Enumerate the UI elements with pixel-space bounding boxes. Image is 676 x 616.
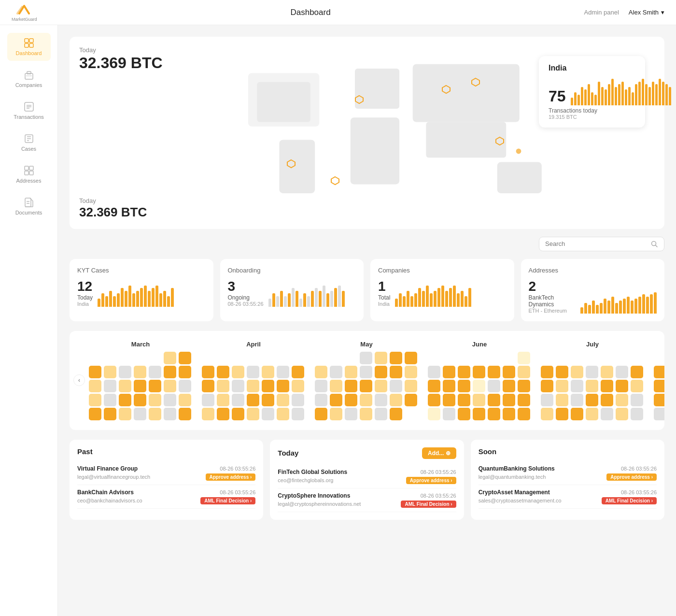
calendar-day[interactable] <box>89 366 101 378</box>
calendar-day[interactable] <box>390 380 402 392</box>
calendar-day[interactable] <box>149 366 161 378</box>
user-menu[interactable]: Alex Smith ▾ <box>629 9 664 16</box>
calendar-day[interactable] <box>179 408 191 420</box>
search-box[interactable] <box>539 237 664 251</box>
calendar-day[interactable] <box>149 408 161 420</box>
calendar-day[interactable] <box>654 380 664 392</box>
calendar-day[interactable] <box>601 408 613 420</box>
calendar-day[interactable] <box>631 366 643 378</box>
calendar-day[interactable] <box>556 366 568 378</box>
calendar-day[interactable] <box>601 380 613 392</box>
calendar-day[interactable] <box>503 408 515 420</box>
calendar-day[interactable] <box>179 366 191 378</box>
calendar-day[interactable] <box>405 394 417 406</box>
calendar-day[interactable] <box>345 408 357 420</box>
calendar-day[interactable] <box>104 366 116 378</box>
calendar-day[interactable] <box>518 394 530 406</box>
calendar-day[interactable] <box>571 394 583 406</box>
calendar-day[interactable] <box>149 394 161 406</box>
search-input[interactable] <box>545 240 647 247</box>
calendar-day[interactable] <box>654 394 664 406</box>
calendar-day[interactable] <box>616 394 628 406</box>
calendar-day[interactable] <box>571 366 583 378</box>
calendar-day[interactable] <box>232 408 244 420</box>
calendar-day[interactable] <box>616 380 628 392</box>
calendar-day[interactable] <box>556 408 568 420</box>
calendar-day[interactable] <box>330 366 342 378</box>
calendar-day[interactable] <box>601 366 613 378</box>
calendar-day[interactable] <box>262 366 274 378</box>
calendar-day[interactable] <box>360 394 372 406</box>
calendar-day[interactable] <box>375 352 387 364</box>
calendar-day[interactable] <box>164 394 176 406</box>
calendar-day[interactable] <box>217 408 229 420</box>
sidebar-item-companies[interactable]: Companies <box>7 65 51 93</box>
calendar-day[interactable] <box>292 380 304 392</box>
calendar-day[interactable] <box>89 380 101 392</box>
calendar-day[interactable] <box>503 394 515 406</box>
calendar-day[interactable] <box>179 394 191 406</box>
calendar-day[interactable] <box>247 366 259 378</box>
calendar-day[interactable] <box>164 408 176 420</box>
calendar-day[interactable] <box>292 366 304 378</box>
calendar-day[interactable] <box>277 408 289 420</box>
calendar-day[interactable] <box>458 394 470 406</box>
calendar-day[interactable] <box>164 366 176 378</box>
calendar-day[interactable] <box>119 408 131 420</box>
calendar-day[interactable] <box>518 408 530 420</box>
calendar-day[interactable] <box>631 380 643 392</box>
calendar-day[interactable] <box>428 380 440 392</box>
calendar-day[interactable] <box>360 408 372 420</box>
calendar-day[interactable] <box>556 380 568 392</box>
calendar-day[interactable] <box>119 394 131 406</box>
calendar-day[interactable] <box>488 408 500 420</box>
calendar-day[interactable] <box>277 380 289 392</box>
calendar-day[interactable] <box>571 380 583 392</box>
calendar-day[interactable] <box>292 394 304 406</box>
calendar-day[interactable] <box>360 380 372 392</box>
calendar-day[interactable] <box>503 380 515 392</box>
calendar-day[interactable] <box>601 394 613 406</box>
calendar-day[interactable] <box>202 380 214 392</box>
calendar-day[interactable] <box>375 366 387 378</box>
calendar-day[interactable] <box>428 408 440 420</box>
calendar-day[interactable] <box>360 366 372 378</box>
calendar-day[interactable] <box>390 394 402 406</box>
calendar-day[interactable] <box>345 380 357 392</box>
sidebar-item-dashboard[interactable]: Dashboard <box>7 33 51 61</box>
sidebar-item-transactions[interactable]: Transactions <box>7 97 51 125</box>
calendar-day[interactable] <box>586 408 598 420</box>
calendar-day[interactable] <box>89 408 101 420</box>
calendar-day[interactable] <box>104 380 116 392</box>
calendar-day[interactable] <box>247 408 259 420</box>
calendar-day[interactable] <box>541 366 553 378</box>
calendar-day[interactable] <box>232 366 244 378</box>
calendar-day[interactable] <box>179 352 191 364</box>
sidebar-item-addresses[interactable]: Addresses <box>7 160 51 188</box>
calendar-day[interactable] <box>119 366 131 378</box>
calendar-day[interactable] <box>330 408 342 420</box>
calendar-day[interactable] <box>488 380 500 392</box>
calendar-day[interactable] <box>232 394 244 406</box>
calendar-day[interactable] <box>556 394 568 406</box>
calendar-day[interactable] <box>654 408 664 420</box>
calendar-day[interactable] <box>473 380 485 392</box>
entry-badge[interactable]: AML Final Decision › <box>200 497 255 504</box>
calendar-day[interactable] <box>179 380 191 392</box>
calendar-prev-btn[interactable]: ‹ <box>73 374 85 386</box>
entry-badge[interactable]: Approve address › <box>606 473 657 481</box>
calendar-day[interactable] <box>262 394 274 406</box>
entry-badge[interactable]: AML Final Decision › <box>602 497 657 504</box>
calendar-day[interactable] <box>134 366 146 378</box>
calendar-day[interactable] <box>247 380 259 392</box>
calendar-day[interactable] <box>134 408 146 420</box>
calendar-day[interactable] <box>360 352 372 364</box>
calendar-day[interactable] <box>164 380 176 392</box>
calendar-day[interactable] <box>443 380 455 392</box>
calendar-day[interactable] <box>345 366 357 378</box>
calendar-day[interactable] <box>330 394 342 406</box>
calendar-day[interactable] <box>134 380 146 392</box>
add-button[interactable]: Add... ⊕ <box>422 447 456 459</box>
calendar-day[interactable] <box>315 380 327 392</box>
calendar-day[interactable] <box>315 366 327 378</box>
